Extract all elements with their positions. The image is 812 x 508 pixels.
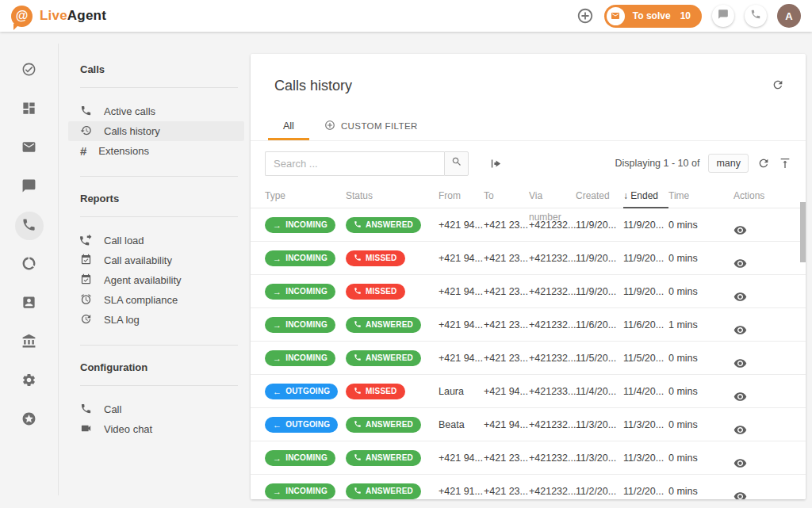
type-label: OUTGOING (285, 420, 330, 429)
nav-rail-tasks-icon[interactable] (15, 56, 44, 85)
view-call-button[interactable] (733, 290, 791, 304)
total-count-button[interactable]: many (708, 154, 749, 173)
phone-icon (354, 287, 362, 296)
column-header-created[interactable]: Created (576, 185, 623, 208)
arrow-left-icon: ← (273, 421, 282, 429)
eye-icon (733, 323, 791, 337)
column-header-to[interactable]: To (484, 185, 529, 208)
sidebar-item-calls-history[interactable]: Calls history (68, 121, 244, 141)
column-header-ended[interactable]: ↓ Ended (623, 185, 668, 208)
search-icon (451, 156, 462, 170)
sidebar-item-call-availability[interactable]: Call availability (68, 250, 244, 270)
view-call-button[interactable] (733, 257, 791, 270)
nav-rail (0, 32, 58, 508)
chats-button[interactable] (712, 5, 734, 27)
call-row[interactable]: →INCOMINGANSWERED+421 94...+421 23...+42… (251, 308, 806, 342)
update-icon (80, 313, 92, 327)
table-scrollbar[interactable] (800, 202, 806, 262)
cell-via-number: +421233... (529, 386, 576, 397)
nav-rail-calls-icon[interactable] (15, 212, 44, 240)
nav-rail-dashboard-icon[interactable] (15, 95, 44, 124)
advance-filter-button[interactable] (489, 157, 503, 170)
search-input[interactable] (265, 151, 444, 176)
call-row[interactable]: →INCOMINGMISSED+421 94...+421 23...+4212… (251, 242, 806, 275)
search-button[interactable] (444, 151, 469, 176)
tab-custom-filter[interactable]: CUSTOM FILTER (309, 111, 433, 140)
call-row[interactable]: →INCOMINGANSWERED+421 94...+421 23...+42… (251, 441, 806, 475)
nav-rail-automation-icon[interactable] (15, 250, 44, 279)
hash-icon: # (80, 144, 86, 158)
alarm-icon (80, 293, 92, 307)
customers-icon (21, 295, 36, 313)
sidebar-item-sla-compliance[interactable]: SLA compliance (68, 290, 244, 310)
view-call-button[interactable] (733, 456, 791, 470)
sidebar-item-active-calls[interactable]: Active calls (68, 101, 244, 121)
table-toolbar: Displaying 1 - 10 of many (251, 141, 806, 185)
calls-button[interactable] (745, 5, 767, 27)
cell-via-number: +421232... (529, 353, 576, 364)
event-available-icon (80, 254, 92, 268)
cell-via-number: +421232... (529, 453, 576, 464)
call-row[interactable]: →INCOMINGANSWERED+421 94...+421 23...+42… (251, 342, 806, 375)
cell-ended: 11/9/20... (623, 253, 668, 264)
call-row[interactable]: ←OUTGOINGANSWEREDBeata+421 94...+421232.… (251, 408, 806, 441)
sidebar-item-label: Active calls (104, 105, 155, 117)
arrow-right-icon: → (273, 321, 282, 329)
nav-rail-tickets-icon[interactable] (15, 134, 44, 162)
nav-rail-settings-icon[interactable] (15, 367, 44, 395)
column-header-from[interactable]: From (439, 185, 484, 208)
sidebar-item-video-chat[interactable]: Video chat (68, 419, 244, 439)
call-row[interactable]: ←OUTGOINGMISSEDLaura+421 94...+421233...… (251, 375, 806, 408)
view-call-button[interactable] (733, 423, 791, 437)
cell-ended: 11/6/20... (623, 319, 668, 330)
cell-created: 11/3/20... (576, 419, 623, 430)
view-call-button[interactable] (733, 390, 791, 403)
sidebar-item-sla-log[interactable]: SLA log (68, 310, 244, 330)
reload-list-button[interactable] (757, 157, 770, 170)
sidebar-item-agent-availability[interactable]: Agent availability (68, 270, 244, 290)
sidebar-item-call-load[interactable]: Call load (68, 231, 244, 250)
chat-icon (718, 9, 729, 23)
cell-ended: 11/2/20... (623, 486, 668, 497)
nav-rail-rewards-icon[interactable] (15, 406, 44, 434)
tab-all[interactable]: All (268, 111, 309, 140)
calls-sidebar: CallsActive callsCalls history#Extension… (59, 32, 251, 508)
column-header-via-number[interactable]: Via number (529, 185, 576, 208)
type-label: INCOMING (285, 453, 327, 462)
cell-from: +421 94... (439, 453, 484, 464)
eye-icon (733, 490, 791, 499)
scroll-top-button[interactable] (779, 157, 791, 170)
nav-rail-knowledge-base-icon[interactable] (15, 328, 44, 357)
view-call-button[interactable] (733, 323, 791, 337)
cell-via-number: +421232... (529, 486, 576, 497)
sidebar-item-extensions[interactable]: #Extensions (68, 141, 244, 161)
nav-rail-chats-icon[interactable] (15, 173, 44, 201)
plus-circle-icon (324, 120, 335, 132)
status-label: MISSED (366, 254, 397, 262)
sidebar-list: CallVideo chat (80, 386, 238, 454)
column-header-type[interactable]: Type (265, 185, 346, 208)
view-call-button[interactable] (733, 490, 791, 499)
arrow-right-icon: → (273, 254, 282, 262)
sidebar-item-call[interactable]: Call (68, 399, 244, 419)
cell-to: +421 23... (484, 319, 529, 330)
cell-to: +421 23... (484, 486, 529, 497)
column-header-time[interactable]: Time (668, 185, 733, 208)
type-label: INCOMING (285, 287, 327, 296)
call-row[interactable]: →INCOMINGMISSED+421 94...+421 23...+4212… (251, 275, 806, 308)
to-solve-button[interactable]: To solve 10 (604, 5, 702, 28)
avatar[interactable]: A (777, 4, 801, 28)
panel-refresh-button[interactable] (772, 78, 784, 91)
envelope-icon (607, 7, 625, 25)
type-badge: →INCOMING (265, 217, 335, 233)
column-header-status[interactable]: Status (346, 185, 439, 208)
sidebar-list: Call loadCall availabilityAgent availabi… (80, 217, 238, 345)
call-row[interactable]: →INCOMINGANSWERED+421 94...+421 23...+42… (251, 208, 806, 242)
sidebar-item-label: Agent availability (104, 274, 182, 286)
add-new-button[interactable] (576, 7, 594, 25)
nav-rail-customers-icon[interactable] (15, 289, 44, 318)
view-call-button[interactable] (733, 357, 791, 370)
view-call-button[interactable] (733, 223, 791, 237)
call-row[interactable]: →INCOMINGANSWERED+421 91...+421 23...+42… (251, 475, 806, 499)
cell-to: +421 23... (484, 286, 529, 297)
